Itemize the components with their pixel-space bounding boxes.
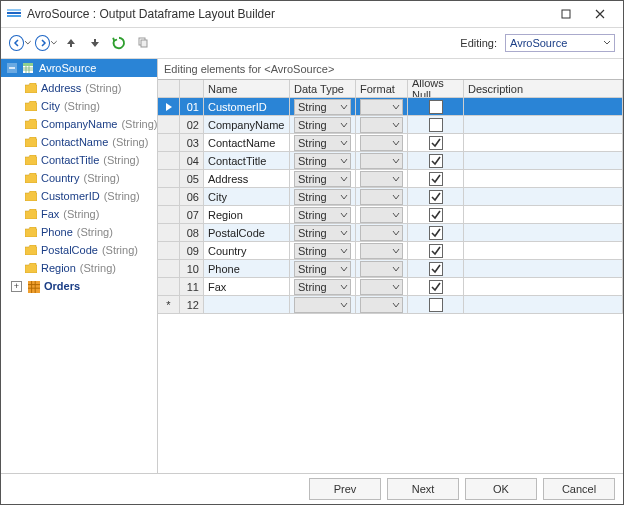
sidebar-field[interactable]: CustomerID (String) xyxy=(1,187,157,205)
table-row[interactable]: 04ContactTitleString xyxy=(158,152,623,170)
cell-format[interactable] xyxy=(356,188,408,206)
format-dropdown[interactable] xyxy=(360,153,403,169)
prev-button[interactable]: Prev xyxy=(309,478,381,500)
datatype-dropdown[interactable]: String xyxy=(294,261,351,277)
cell-description[interactable] xyxy=(464,242,623,260)
sidebar-field[interactable]: City (String) xyxy=(1,97,157,115)
allowsnull-checkbox[interactable] xyxy=(429,190,443,204)
cell-datatype[interactable]: String xyxy=(290,188,356,206)
datatype-dropdown[interactable]: String xyxy=(294,279,351,295)
cell-allowsnull[interactable] xyxy=(408,134,464,152)
col-allowsnull[interactable]: Allows Null xyxy=(408,80,464,98)
cell-datatype[interactable]: String xyxy=(290,98,356,116)
cell-name[interactable] xyxy=(204,296,290,314)
sidebar-field[interactable]: CompanyName (String) xyxy=(1,115,157,133)
cell-allowsnull[interactable] xyxy=(408,188,464,206)
col-description[interactable]: Description xyxy=(464,80,623,98)
cell-allowsnull[interactable] xyxy=(408,224,464,242)
format-dropdown[interactable] xyxy=(360,117,403,133)
sidebar-field[interactable]: ContactTitle (String) xyxy=(1,151,157,169)
cell-name[interactable]: City xyxy=(204,188,290,206)
table-row[interactable]: 11FaxString xyxy=(158,278,623,296)
format-dropdown[interactable] xyxy=(360,207,403,223)
table-row[interactable]: 03ContactNameString xyxy=(158,134,623,152)
cell-description[interactable] xyxy=(464,260,623,278)
cell-format[interactable] xyxy=(356,242,408,260)
table-row[interactable]: 10PhoneString xyxy=(158,260,623,278)
cell-datatype[interactable]: String xyxy=(290,152,356,170)
cell-format[interactable] xyxy=(356,278,408,296)
cell-format[interactable] xyxy=(356,224,408,242)
cell-datatype[interactable]: String xyxy=(290,278,356,296)
cell-name[interactable]: Address xyxy=(204,170,290,188)
table-row[interactable]: 06CityString xyxy=(158,188,623,206)
col-format[interactable]: Format xyxy=(356,80,408,98)
cell-datatype[interactable] xyxy=(290,296,356,314)
nav-forward-button[interactable] xyxy=(35,33,57,53)
format-dropdown[interactable] xyxy=(360,225,403,241)
allowsnull-checkbox[interactable] xyxy=(429,280,443,294)
sidebar-field[interactable]: Address (String) xyxy=(1,79,157,97)
datatype-dropdown[interactable]: String xyxy=(294,189,351,205)
cell-format[interactable] xyxy=(356,170,408,188)
cell-name[interactable]: Phone xyxy=(204,260,290,278)
ok-button[interactable]: OK xyxy=(465,478,537,500)
cell-allowsnull[interactable] xyxy=(408,116,464,134)
expand-icon[interactable]: + xyxy=(11,281,22,292)
table-row[interactable]: 02CompanyNameString xyxy=(158,116,623,134)
cell-format[interactable] xyxy=(356,206,408,224)
refresh-button[interactable] xyxy=(109,33,129,53)
cancel-button[interactable]: Cancel xyxy=(543,478,615,500)
cell-name[interactable]: Country xyxy=(204,242,290,260)
close-button[interactable] xyxy=(583,4,617,24)
cell-allowsnull[interactable] xyxy=(408,206,464,224)
cell-name[interactable]: CustomerID xyxy=(204,98,290,116)
sidebar-field[interactable]: Country (String) xyxy=(1,169,157,187)
cell-format[interactable] xyxy=(356,152,408,170)
allowsnull-checkbox[interactable] xyxy=(429,118,443,132)
datatype-dropdown[interactable]: String xyxy=(294,117,351,133)
next-button[interactable]: Next xyxy=(387,478,459,500)
cell-allowsnull[interactable] xyxy=(408,98,464,116)
table-row[interactable]: 09CountryString xyxy=(158,242,623,260)
cell-format[interactable] xyxy=(356,134,408,152)
cell-name[interactable]: Region xyxy=(204,206,290,224)
format-dropdown[interactable] xyxy=(360,243,403,259)
cell-description[interactable] xyxy=(464,224,623,242)
maximize-button[interactable] xyxy=(549,4,583,24)
move-up-button[interactable] xyxy=(61,33,81,53)
cell-name[interactable]: ContactName xyxy=(204,134,290,152)
cell-name[interactable]: CompanyName xyxy=(204,116,290,134)
move-down-button[interactable] xyxy=(85,33,105,53)
datatype-dropdown[interactable]: String xyxy=(294,135,351,151)
allowsnull-checkbox[interactable] xyxy=(429,226,443,240)
allowsnull-checkbox[interactable] xyxy=(429,298,443,312)
cell-datatype[interactable]: String xyxy=(290,134,356,152)
sidebar-root[interactable]: AvroSource xyxy=(1,59,157,77)
cell-name[interactable]: Fax xyxy=(204,278,290,296)
cell-format[interactable] xyxy=(356,116,408,134)
allowsnull-checkbox[interactable] xyxy=(429,100,443,114)
editing-dropdown[interactable]: AvroSource xyxy=(505,34,615,52)
sidebar-field[interactable]: Region (String) xyxy=(1,259,157,277)
sidebar-field[interactable]: Fax (String) xyxy=(1,205,157,223)
datatype-dropdown[interactable]: String xyxy=(294,99,351,115)
cell-allowsnull[interactable] xyxy=(408,260,464,278)
cell-name[interactable]: ContactTitle xyxy=(204,152,290,170)
format-dropdown[interactable] xyxy=(360,189,403,205)
cell-description[interactable] xyxy=(464,152,623,170)
datatype-dropdown[interactable]: String xyxy=(294,153,351,169)
copy-button[interactable] xyxy=(133,33,153,53)
cell-description[interactable] xyxy=(464,134,623,152)
cell-description[interactable] xyxy=(464,188,623,206)
format-dropdown[interactable] xyxy=(360,261,403,277)
cell-description[interactable] xyxy=(464,170,623,188)
cell-description[interactable] xyxy=(464,98,623,116)
allowsnull-checkbox[interactable] xyxy=(429,208,443,222)
cell-datatype[interactable]: String xyxy=(290,206,356,224)
datatype-dropdown[interactable]: String xyxy=(294,207,351,223)
cell-datatype[interactable]: String xyxy=(290,242,356,260)
cell-allowsnull[interactable] xyxy=(408,278,464,296)
allowsnull-checkbox[interactable] xyxy=(429,172,443,186)
table-row[interactable]: 05AddressString xyxy=(158,170,623,188)
